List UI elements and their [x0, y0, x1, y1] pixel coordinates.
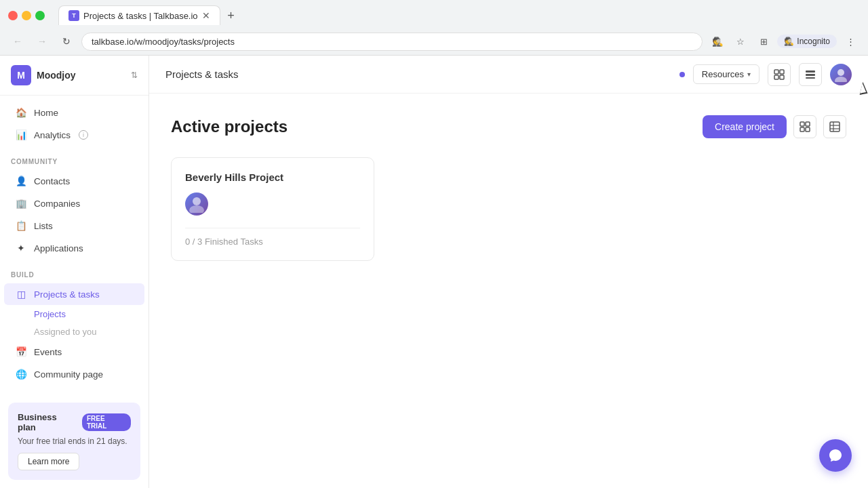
sidebar-item-projects-tasks-label: Projects & tasks — [34, 289, 100, 300]
free-trial-badge: FREE TRIAL — [82, 413, 131, 431]
community-section: COMMUNITY — [0, 146, 149, 169]
extension-button[interactable]: ⊞ — [754, 32, 773, 51]
banner-text: Your free trial ends in 21 days. — [18, 436, 131, 446]
table-view-button[interactable] — [823, 115, 846, 138]
svg-rect-2 — [774, 75, 778, 79]
svg-point-18 — [189, 205, 204, 213]
svg-rect-1 — [780, 70, 784, 74]
resources-label: Resources — [702, 69, 744, 79]
menu-button[interactable]: ⋮ — [841, 32, 860, 51]
project-card[interactable]: Beverly Hills Project 0 / 3 Finished Tas… — [171, 157, 374, 261]
board-icon — [800, 121, 810, 132]
events-icon: 📅 — [15, 346, 27, 358]
home-icon: 🏠 — [15, 106, 27, 119]
sidebar-item-home[interactable]: 🏠 Home — [4, 102, 144, 123]
user-avatar-icon — [833, 67, 848, 82]
create-project-button[interactable]: Create project — [703, 115, 787, 138]
tab-title: Projects & tasks | Talkbase.io — [83, 11, 198, 21]
sidebar-header: M Moodjoy ⇅ — [0, 56, 149, 96]
svg-rect-5 — [806, 74, 815, 76]
close-button[interactable] — [8, 11, 18, 20]
community-section-label: COMMUNITY — [11, 158, 58, 165]
project-avatar — [185, 192, 208, 216]
active-tab[interactable]: T Projects & tasks | Talkbase.io ✕ — [58, 5, 220, 25]
sidebar-item-projects-tasks[interactable]: ◫ Projects & tasks — [4, 283, 144, 305]
learn-more-button[interactable]: Learn more — [18, 453, 79, 470]
sidebar-item-companies[interactable]: 🏢 Companies — [4, 192, 144, 214]
projects-grid: Beverly Hills Project 0 / 3 Finished Tas… — [171, 157, 846, 261]
browser-controls — [8, 11, 45, 20]
workspace-chevron-icon[interactable]: ⇅ — [131, 70, 138, 80]
sidebar-item-applications[interactable]: ✦ Applications — [4, 237, 144, 259]
applications-icon: ✦ — [15, 242, 27, 254]
svg-rect-6 — [806, 77, 815, 79]
banner-header: Business plan FREE TRIAL — [18, 412, 131, 432]
chat-icon — [828, 448, 843, 463]
svg-rect-4 — [806, 70, 815, 73]
community-page-icon: 🌐 — [15, 368, 27, 380]
contacts-icon: 👤 — [15, 175, 27, 187]
tab-favicon: T — [68, 10, 79, 21]
maximize-button[interactable] — [35, 11, 45, 20]
sidebar-item-applications-label: Applications — [34, 243, 83, 253]
sidebar: M Moodjoy ⇅ 🏠 Home 📊 Analytics i COMMUNI… — [0, 56, 149, 488]
browser-actions: 🕵 ☆ ⊞ 🕵 Incognito ⋮ — [708, 32, 860, 51]
address-bar[interactable]: talkbase.io/w/moodjoy/tasks/projects — [81, 33, 703, 51]
svg-rect-10 — [806, 122, 810, 126]
page-title: Projects & tasks — [165, 68, 239, 80]
resources-button[interactable]: Resources ▾ — [693, 64, 760, 84]
sidebar-sub-item-projects[interactable]: Projects — [4, 306, 144, 323]
online-indicator — [679, 72, 685, 77]
forward-button[interactable]: → — [33, 32, 52, 51]
url-text: talkbase.io/w/moodjoy/tasks/projects — [92, 37, 235, 47]
sidebar-item-lists-label: Lists — [34, 221, 53, 231]
workspace-avatar: M — [11, 65, 31, 85]
sidebar-item-contacts[interactable]: 👤 Contacts — [4, 170, 144, 192]
minimize-button[interactable] — [22, 11, 31, 20]
board-view-icon — [774, 69, 785, 80]
new-tab-button[interactable]: + — [222, 6, 241, 25]
svg-rect-9 — [800, 122, 804, 126]
projects-sub-label: Projects — [34, 309, 66, 319]
tab-close-button[interactable]: ✕ — [202, 10, 210, 21]
sidebar-item-community-page-label: Community page — [34, 369, 103, 380]
bookmark-button[interactable]: ☆ — [731, 32, 750, 51]
list-view-toggle-button[interactable] — [799, 63, 822, 86]
back-button[interactable]: ← — [8, 32, 27, 51]
incognito-icon: 🕵 — [784, 37, 794, 46]
sidebar-item-analytics[interactable]: 📊 Analytics i — [4, 124, 144, 146]
project-divider — [185, 228, 360, 228]
browser-nav: ← → ↻ talkbase.io/w/moodjoy/tasks/projec… — [0, 28, 868, 55]
assigned-sub-label: Assigned to you — [34, 327, 97, 337]
incognito-extension-button[interactable]: 🕵 — [708, 32, 727, 51]
refresh-button[interactable]: ↻ — [57, 32, 76, 51]
board-view-button[interactable] — [793, 115, 816, 138]
content-header: Active projects Create project — [171, 115, 846, 138]
sidebar-item-analytics-label: Analytics — [34, 130, 71, 140]
chat-button[interactable] — [819, 439, 852, 472]
tabs-bar: T Projects & tasks | Talkbase.io ✕ + — [50, 5, 249, 25]
svg-rect-13 — [830, 122, 840, 131]
sidebar-sub-item-assigned[interactable]: Assigned to you — [4, 323, 144, 340]
lists-icon: 📋 — [15, 220, 27, 232]
sidebar-item-events[interactable]: 📅 Events — [4, 341, 144, 363]
active-projects-title: Active projects — [171, 117, 288, 136]
sidebar-item-lists[interactable]: 📋 Lists — [4, 215, 144, 237]
banner-title: Business plan — [18, 412, 77, 432]
user-avatar[interactable] — [830, 64, 852, 85]
incognito-badge[interactable]: 🕵 Incognito — [777, 35, 837, 48]
svg-point-17 — [193, 197, 201, 205]
sidebar-item-community-page[interactable]: 🌐 Community page — [4, 363, 144, 385]
svg-point-8 — [835, 77, 847, 82]
top-bar: Projects & tasks Active boards Resources… — [149, 56, 868, 94]
resources-chevron-icon: ▾ — [747, 70, 751, 78]
board-view-toggle-button[interactable] — [768, 63, 791, 86]
sidebar-item-events-label: Events — [34, 347, 62, 357]
incognito-label: Incognito — [797, 37, 830, 46]
analytics-info-icon[interactable]: i — [79, 130, 88, 140]
companies-icon: 🏢 — [15, 197, 27, 209]
svg-rect-0 — [774, 70, 778, 74]
sidebar-nav: 🏠 Home 📊 Analytics i COMMUNITY 👤 Contact… — [0, 96, 149, 394]
workspace-name: Moodjoy — [37, 70, 125, 81]
sidebar-item-contacts-label: Contacts — [34, 176, 70, 186]
